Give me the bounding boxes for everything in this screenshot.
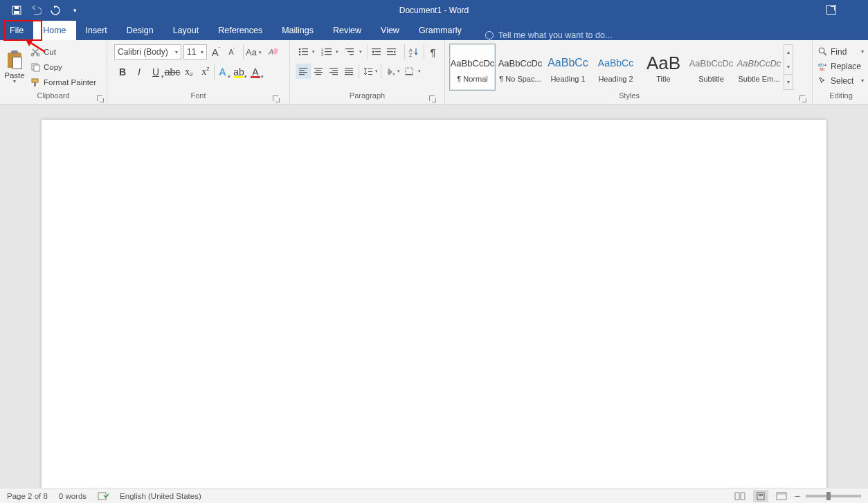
tab-review[interactable]: Review <box>323 21 371 40</box>
align-left-button[interactable] <box>296 64 311 79</box>
style-title[interactable]: AaBTitle <box>640 44 687 91</box>
svg-rect-40 <box>314 68 323 68</box>
tab-grammarly[interactable]: Grammarly <box>409 21 471 40</box>
replace-button[interactable]: abacReplace <box>818 59 864 73</box>
style-preview: AaBbCcDc <box>736 51 781 75</box>
word-count-status[interactable]: 0 words <box>59 492 87 500</box>
ribbon-display-options-icon[interactable] <box>826 5 836 15</box>
shading-button[interactable]: ▾ <box>381 64 396 79</box>
tab-design[interactable]: Design <box>117 21 163 40</box>
font-name-combo[interactable]: Calibri (Body)▾ <box>114 44 181 60</box>
font-size-combo[interactable]: 11▾ <box>183 44 207 60</box>
decrease-indent-button[interactable] <box>368 44 383 60</box>
scroll-down-icon[interactable]: ▾ <box>784 60 793 74</box>
bold-button[interactable]: B <box>114 64 131 80</box>
expand-gallery-icon[interactable]: ▾ <box>784 74 793 89</box>
tab-view[interactable]: View <box>371 21 409 40</box>
style-name-label: Heading 1 <box>545 75 590 83</box>
save-icon[interactable] <box>11 5 22 16</box>
svg-rect-69 <box>777 493 786 495</box>
font-launcher-icon[interactable] <box>273 95 280 102</box>
group-paragraph: ▾ 123▾ ▾ AZ ¶ ▾ ▾ ▾ Paragraph <box>290 40 445 104</box>
styles-launcher-icon[interactable] <box>799 95 806 102</box>
align-right-button[interactable] <box>326 64 341 79</box>
style-name-label: ¶ Normal <box>450 75 495 83</box>
decrease-font-button[interactable]: Aˇ <box>225 44 239 60</box>
zoom-out-button[interactable]: − <box>795 491 800 502</box>
sort-button[interactable]: AZ <box>404 44 419 60</box>
text-effects-button[interactable]: A▾ <box>214 64 230 80</box>
numbering-button[interactable]: 123▾ <box>319 44 334 60</box>
paragraph-launcher-icon[interactable] <box>429 95 436 102</box>
page-number-status[interactable]: Page 2 of 8 <box>7 492 48 500</box>
window-title: Document1 - Word <box>399 6 469 15</box>
copy-button[interactable]: Copy <box>30 60 96 75</box>
undo-icon[interactable] <box>30 5 42 16</box>
replace-label: Replace <box>831 62 861 71</box>
svg-rect-1 <box>15 6 19 9</box>
svg-text:A: A <box>268 48 273 56</box>
spelling-status-icon[interactable] <box>98 491 109 501</box>
document-area[interactable] <box>0 104 868 488</box>
tab-references[interactable]: References <box>208 21 272 40</box>
select-button[interactable]: Select▾ <box>818 73 864 88</box>
strikethrough-button[interactable]: abc <box>164 64 181 80</box>
clipboard-launcher-icon[interactable] <box>97 95 104 102</box>
svg-rect-50 <box>345 72 353 73</box>
find-button[interactable]: Find▾ <box>818 44 864 59</box>
borders-button[interactable]: ▾ <box>401 64 417 79</box>
scroll-up-icon[interactable]: ▴ <box>784 45 793 60</box>
print-layout-button[interactable] <box>753 490 768 502</box>
subscript-button[interactable]: x2 <box>181 64 197 80</box>
group-font: Calibri (Body)▾ 11▾ Aˆ Aˇ Aa▾ A B I U▾ a… <box>107 40 290 104</box>
zoom-slider[interactable] <box>806 495 861 497</box>
customize-qat-icon[interactable]: ▾ <box>69 5 80 16</box>
svg-point-13 <box>299 48 301 51</box>
format-painter-button[interactable]: Format Painter <box>30 75 96 90</box>
group-clipboard: Paste ▾ Cut Copy Format Painter Clipboar… <box>0 40 107 104</box>
styles-more-button[interactable]: ▴ ▾ ▾ <box>784 44 793 90</box>
underline-button[interactable]: U▾ <box>147 64 164 80</box>
bullets-button[interactable]: ▾ <box>296 44 311 60</box>
svg-text:A: A <box>409 48 413 53</box>
superscript-button[interactable]: x2 <box>197 64 214 80</box>
italic-button[interactable]: I <box>131 64 147 80</box>
style---normal[interactable]: AaBbCcDc¶ Normal <box>449 44 496 91</box>
tell-me-search[interactable]: Tell me what you want to do... <box>485 30 613 40</box>
font-color-button[interactable]: A▾ <box>247 64 264 80</box>
increase-indent-button[interactable] <box>384 44 399 60</box>
group-styles: AaBbCcDc¶ NormalAaBbCcDc¶ No Spac...AaBb… <box>445 40 813 104</box>
style-preview: AaBbCcDc <box>450 51 495 75</box>
increase-font-button[interactable]: Aˆ <box>209 44 223 60</box>
svg-line-3 <box>30 42 45 52</box>
change-case-button[interactable]: Aa▾ <box>243 44 257 60</box>
web-layout-button[interactable] <box>774 490 789 502</box>
svg-rect-24 <box>325 54 332 55</box>
multilevel-list-button[interactable]: ▾ <box>343 44 358 60</box>
group-label-editing: Editing <box>829 91 853 100</box>
clear-formatting-button[interactable]: A <box>266 44 280 60</box>
dropdown-icon: ▾ <box>397 68 400 74</box>
style-subtle-em---[interactable]: AaBbCcDcSubtle Em... <box>736 44 782 91</box>
style-preview: AaBbCcDc <box>689 51 734 75</box>
svg-text:ac: ac <box>820 66 825 71</box>
line-spacing-button[interactable]: ▾ <box>359 64 374 79</box>
tab-mailings[interactable]: Mailings <box>272 21 323 40</box>
tab-layout[interactable]: Layout <box>163 21 209 40</box>
select-icon <box>818 76 827 85</box>
align-center-button[interactable] <box>311 64 326 79</box>
style---no-spac---[interactable]: AaBbCcDc¶ No Spac... <box>497 44 543 91</box>
justify-button[interactable] <box>341 64 356 79</box>
style-subtitle[interactable]: AaBbCcDcSubtitle <box>688 44 734 91</box>
document-page[interactable] <box>42 120 826 488</box>
svg-rect-29 <box>374 51 381 52</box>
show-hide-marks-button[interactable]: ¶ <box>424 44 439 60</box>
read-mode-button[interactable] <box>732 490 748 502</box>
tab-insert[interactable]: Insert <box>76 21 117 40</box>
highlight-button[interactable]: ab▾ <box>230 64 247 80</box>
style-heading-1[interactable]: AaBbCcHeading 1 <box>545 44 591 91</box>
redo-icon[interactable] <box>50 5 61 16</box>
svg-rect-27 <box>350 54 354 55</box>
style-heading-2[interactable]: AaBbCcHeading 2 <box>593 44 639 91</box>
language-status[interactable]: English (United States) <box>120 492 201 500</box>
